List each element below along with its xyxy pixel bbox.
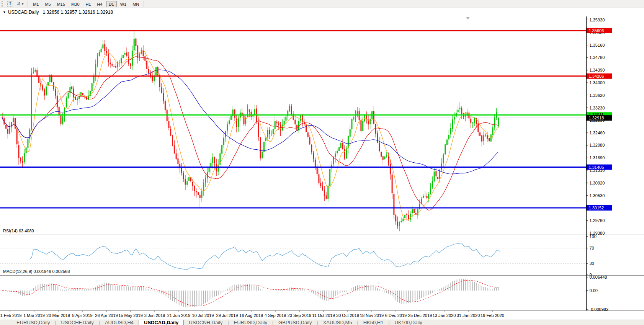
timeframe-button-M30[interactable]: M30 [69,1,82,7]
timeframe-button-MN[interactable]: MN [130,1,142,7]
tab-hk50-h1[interactable]: HK50,H1 [358,320,389,325]
svg-text:15 May 2019: 15 May 2019 [118,313,143,318]
svg-text:18 Nov 2019: 18 Nov 2019 [360,313,384,318]
tab-uk100-daily[interactable]: UK100,Daily [390,320,427,325]
svg-text:21 Jun 2019: 21 Jun 2019 [167,313,191,318]
svg-text:10 Jul 2019: 10 Jul 2019 [192,313,214,318]
chart-ohlc-values: 1.32656 1.32957 1.32616 1.32918 [43,10,113,15]
svg-text:1.34000: 1.34000 [590,80,605,85]
tab-usdchf-daily[interactable]: USDCHF,Daily [56,320,99,325]
svg-text:1.34780: 1.34780 [590,55,605,60]
mt4-window: T ⇵ ▼ M1M5M15M30H1H4D1W1MN 1.359301.3555… [0,0,644,325]
timeframe-button-M1[interactable]: M1 [30,1,41,7]
svg-text:1.35606: 1.35606 [589,28,604,33]
timeframe-button-H1[interactable]: H1 [83,1,94,7]
svg-text:1.33620: 1.33620 [590,93,605,98]
svg-text:6 Dec 2019: 6 Dec 2019 [385,313,407,318]
svg-text:-0.008982: -0.008982 [590,307,609,312]
svg-text:1.33230: 1.33230 [590,106,605,110]
timeframe-button-W1[interactable]: W1 [118,1,129,7]
chart-canvas[interactable]: 1.359301.355501.351601.347801.343901.340… [0,8,644,320]
svg-text:0.006448: 0.006448 [590,275,607,279]
svg-text:1 Mar 2019: 1 Mar 2019 [23,313,45,318]
chart-title: ▼ USDCAD,Daily 1.32656 1.32957 1.32616 1… [3,10,113,15]
svg-text:11 Oct 2019: 11 Oct 2019 [312,313,335,318]
svg-text:0.00: 0.00 [590,288,598,293]
svg-text:1.34390: 1.34390 [590,68,605,72]
svg-text:1.30152: 1.30152 [589,206,604,210]
svg-text:1.30530: 1.30530 [590,193,605,198]
chart-tab-bar: EURUSD,Daily|USDCHF,Daily|AUDUSD,H4USDCA… [0,320,644,325]
svg-text:25 Dec 2019: 25 Dec 2019 [408,313,432,318]
tab-gbpusd-daily[interactable]: GBPUSD,Daily [273,320,317,325]
svg-text:1.34206: 1.34206 [589,74,604,78]
svg-text:31 Jan 2020: 31 Jan 2020 [457,313,480,318]
top-toolbar: T ⇵ ▼ M1M5M15M30H1H4D1W1MN [0,0,644,8]
svg-text:1.32460: 1.32460 [590,131,605,135]
svg-text:16 Aug 2019: 16 Aug 2019 [239,313,263,318]
text-tool-button[interactable]: T [6,0,15,7]
tab-xauusd-m5[interactable]: XAUUSD,M5 [318,320,357,325]
arrange-arrows-icon: ⇵ [17,2,20,7]
svg-text:1.31405: 1.31405 [589,165,604,170]
tab-eurusd-daily[interactable]: EURUSD,Daily [229,320,272,325]
timeframe-button-M15[interactable]: M15 [54,1,68,7]
timeframe-button-H4[interactable]: H4 [95,1,105,7]
svg-text:26 Apr 2019: 26 Apr 2019 [95,313,118,318]
svg-text:8 Apr 2019: 8 Apr 2019 [72,313,92,318]
svg-text:1.32918: 1.32918 [589,116,604,120]
svg-text:70: 70 [590,246,594,250]
svg-text:29 Jul 2019: 29 Jul 2019 [216,313,238,318]
svg-text:3 Jun 2019: 3 Jun 2019 [144,313,165,318]
timeframe-button-D1[interactable]: D1 [106,1,117,7]
svg-text:1.32080: 1.32080 [590,143,605,147]
svg-text:1.29760: 1.29760 [590,218,605,223]
svg-text:19 Feb 2020: 19 Feb 2020 [481,313,504,318]
svg-text:1.35160: 1.35160 [590,43,605,47]
chart-symbol-period: USDCAD,Daily [8,10,39,15]
macd-indicator-label: MACD(12,26,9) 0.001946 0.002568 [3,269,70,274]
tab-usdcad-daily[interactable]: USDCAD,Daily [139,320,184,325]
chart-background[interactable] [0,8,644,320]
svg-text:30 Oct 2019: 30 Oct 2019 [336,313,359,318]
timeframe-button-M5[interactable]: M5 [42,1,53,7]
svg-text:20 Mar 2019: 20 Mar 2019 [46,313,70,318]
symbol-dropdown-icon[interactable]: ▼ [3,10,6,14]
chart-tabs: EURUSD,Daily|USDCHF,Daily|AUDUSD,H4USDCA… [11,320,427,325]
timeframe-button-group: M1M5M15M30H1H4D1W1MN [30,0,142,8]
toolbar-separator [144,1,144,7]
svg-text:1.35930: 1.35930 [590,18,605,22]
arrange-windows-button[interactable]: ⇵ ▼ [15,0,26,7]
svg-text:1.31690: 1.31690 [590,155,605,160]
svg-text:1.30920: 1.30920 [590,181,605,185]
tab-eurusd-daily[interactable]: EURUSD,Daily [11,320,55,325]
svg-text:13 Jan 2020: 13 Jan 2020 [433,313,456,318]
text-tool-icon: T [7,1,13,7]
toolbar-separator [28,1,28,7]
svg-text:11 Feb 2019: 11 Feb 2019 [0,313,21,318]
svg-text:30: 30 [590,261,594,266]
tab-audusd-h4[interactable]: AUDUSD,H4 [100,320,139,325]
toolbar-grip[interactable] [2,1,4,7]
svg-text:100: 100 [590,234,597,239]
svg-text:23 Sep 2019: 23 Sep 2019 [288,313,311,318]
tab-usdcnh-daily[interactable]: USDCNH,Daily [184,320,227,325]
rsi-indicator-label: RSI(14) 63.4080 [3,229,34,233]
dropdown-caret-icon: ▼ [21,2,24,6]
svg-text:4 Sep 2019: 4 Sep 2019 [265,313,286,318]
